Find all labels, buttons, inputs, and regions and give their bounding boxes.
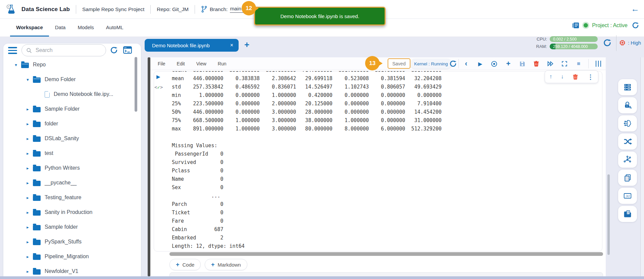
close-icon[interactable]: × [230, 42, 233, 48]
prev-cell-icon[interactable]: ‹ [462, 59, 470, 68]
tree-item[interactable]: ▾ Repo [3, 57, 138, 72]
notebook-tab[interactable]: Demo Notebook file.ipynb × [145, 39, 239, 52]
menu-item[interactable]: View [196, 61, 206, 66]
tree-caret-icon[interactable]: ▸ [25, 225, 30, 230]
tree-item[interactable]: Demo Notebook file.ipy... [3, 87, 138, 102]
tree-caret-icon[interactable]: ▸ [25, 269, 30, 274]
vertical-scrollbar[interactable] [607, 174, 610, 255]
tree-caret-icon[interactable]: ▸ [25, 136, 30, 141]
stop-kernel-icon[interactable]: ■ [574, 59, 583, 68]
function-icon: (x) [623, 191, 632, 200]
save-notebook-icon[interactable] [518, 59, 527, 68]
tree-item[interactable]: ▸ Sample Folder [3, 102, 138, 116]
network-button[interactable] [618, 152, 637, 168]
priority-indicator: : High [619, 39, 641, 46]
tree-refresh-icon[interactable] [110, 46, 118, 54]
tree-item[interactable]: ▸ PySpark_Stuffs [3, 234, 138, 249]
tree-item-label: Newfolder_V1 [45, 268, 79, 274]
cell-more-options-icon[interactable]: ⋮ [587, 73, 594, 81]
nav-tab[interactable]: Workspace [10, 19, 49, 37]
tree-caret-icon[interactable]: ▸ [25, 254, 30, 259]
interrupt-kernel-icon[interactable] [490, 59, 499, 68]
move-cell-down-icon[interactable]: ↓ [561, 73, 564, 80]
tree-caret-icon[interactable]: ▸ [25, 107, 30, 112]
split-view-icon[interactable] [594, 59, 603, 68]
tree-caret-icon[interactable]: ▸ [25, 239, 30, 244]
divider [458, 59, 459, 68]
tree-item-label: Sample Folder [45, 106, 80, 112]
status-dot [584, 23, 588, 27]
tree-item[interactable]: ▸ Python Writers [3, 161, 138, 175]
file-manager-button[interactable] [618, 206, 637, 222]
terminal-icon[interactable] [122, 45, 133, 55]
menu-icon[interactable] [8, 47, 17, 56]
save-toast: Demo Notebook file.ipynb is saved. [254, 7, 386, 25]
nav-tab[interactable]: Data [49, 19, 72, 37]
add-cell-icon[interactable]: + [504, 59, 513, 68]
folder-icon [33, 122, 41, 127]
tree-item[interactable]: ▸ __pycache__ [3, 175, 138, 190]
add-code-cell-button[interactable]: + Code [169, 259, 201, 270]
tree-item[interactable]: ▸ Sanity in Production [3, 205, 138, 220]
run-cell-icon[interactable]: ▶ [476, 59, 485, 68]
ai-models-button[interactable] [618, 115, 637, 131]
delete-cell-icon[interactable] [532, 59, 541, 68]
tree-item[interactable]: ▸ DSLab_Sanity [3, 131, 138, 146]
save-status-label: Saved [392, 61, 406, 66]
tree-item[interactable]: ▸ folder [3, 116, 138, 131]
folder-icon [33, 240, 41, 245]
plus-icon: + [176, 261, 180, 268]
logs-icon[interactable] [572, 21, 580, 29]
tree-item[interactable]: ▸ Pipeline_Migration [3, 249, 138, 264]
fullscreen-icon[interactable] [560, 59, 569, 68]
cell-run-icon[interactable]: ▶ [156, 74, 160, 80]
folder-icon [33, 210, 41, 216]
shuffle-button[interactable] [618, 133, 637, 150]
sidebar-scrollbar[interactable] [135, 57, 137, 112]
back-arrow-icon[interactable]: ← [631, 4, 639, 14]
search-box[interactable] [21, 44, 106, 56]
tree-item-label: test [45, 150, 53, 156]
tree-item[interactable]: ▸ test [3, 146, 138, 161]
window-scroll-track[interactable] [641, 57, 644, 279]
tree-item[interactable]: ▸ Sample folder [3, 220, 138, 234]
nav-tab[interactable]: AutoML [100, 19, 130, 37]
tree-caret-icon[interactable]: ▸ [25, 121, 30, 126]
folder-icon [21, 63, 29, 68]
kernel-refresh-icon[interactable] [449, 60, 457, 68]
add-code-label: Code [183, 262, 195, 268]
tree-caret-icon[interactable]: ▸ [25, 151, 30, 156]
menu-item[interactable]: Run [218, 61, 227, 66]
data-sources-button[interactable] [618, 79, 637, 95]
panel-resize-handle[interactable] [148, 57, 150, 276]
network-graph-icon [623, 155, 632, 164]
menu-item[interactable]: Edit [177, 61, 185, 66]
tree-item[interactable]: ▾ Demo Folder [3, 72, 138, 87]
security-button[interactable] [618, 97, 637, 113]
copy-button[interactable] [618, 170, 637, 186]
move-cell-up-icon[interactable]: ↑ [549, 73, 552, 80]
ram-bar: 259.120 / 4048.000 [550, 44, 598, 49]
refresh-icon[interactable] [632, 21, 639, 29]
menu-item[interactable]: File [158, 61, 165, 66]
tree-caret-icon[interactable]: ▸ [25, 180, 30, 185]
nav-tab[interactable]: Models [71, 19, 100, 37]
resources-refresh-icon[interactable] [603, 38, 612, 47]
app-title: Data Science Lab [21, 6, 70, 13]
add-tab-button[interactable]: + [244, 40, 249, 50]
delete-cell-icon[interactable] [572, 74, 579, 80]
horizontal-scrollbar[interactable] [169, 252, 603, 256]
tree-caret-icon[interactable]: ▸ [25, 210, 30, 215]
search-input[interactable] [35, 47, 92, 54]
cell-executed-icon: <✓> [154, 85, 163, 90]
run-all-icon[interactable] [546, 59, 555, 68]
expressions-button[interactable]: (x) [618, 188, 637, 204]
add-markdown-cell-button[interactable]: + Markdown [205, 259, 247, 270]
tree-item[interactable]: ▸ Testing_feature [3, 190, 138, 205]
folder-icon [33, 255, 41, 260]
tree-caret-icon[interactable]: ▾ [25, 77, 30, 82]
tree-caret-icon[interactable]: ▸ [25, 166, 30, 171]
tree-caret-icon[interactable]: ▾ [13, 62, 18, 67]
tree-item-label: Testing_feature [45, 194, 81, 201]
tree-caret-icon[interactable]: ▸ [25, 195, 30, 200]
